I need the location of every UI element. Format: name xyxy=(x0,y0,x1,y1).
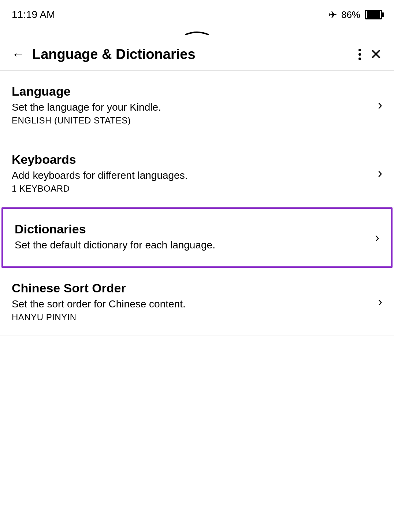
dot-2 xyxy=(358,53,361,56)
back-button[interactable]: ← xyxy=(12,47,25,62)
settings-item-keyboards-desc: Add keyboards for different languages. xyxy=(12,170,378,181)
status-time: 11:19 AM xyxy=(12,9,55,21)
dot-1 xyxy=(358,49,361,51)
settings-item-keyboards-value: 1 KEYBOARD xyxy=(12,184,378,194)
settings-item-chinese-sort[interactable]: Chinese Sort Order Set the sort order fo… xyxy=(0,268,394,336)
settings-item-chinese-sort-content: Chinese Sort Order Set the sort order fo… xyxy=(12,281,378,322)
status-bar: 11:19 AM ✈ 86% xyxy=(0,0,394,26)
chevron-right-icon: › xyxy=(375,230,379,245)
settings-item-language-content: Language Set the language for your Kindl… xyxy=(12,84,378,126)
settings-item-chinese-sort-value: HANYU PINYIN xyxy=(12,312,378,322)
close-button[interactable]: ✕ xyxy=(370,46,382,63)
status-right: ✈ 86% xyxy=(328,9,382,21)
settings-item-dictionaries[interactable]: Dictionaries Set the default dictionary … xyxy=(1,207,393,268)
airplane-icon: ✈ xyxy=(328,9,337,21)
settings-list: Language Set the language for your Kindl… xyxy=(0,71,394,336)
chevron-right-icon: › xyxy=(378,97,382,113)
settings-item-language-value: ENGLISH (UNITED STATES) xyxy=(12,115,378,126)
settings-item-language-title: Language xyxy=(12,84,378,99)
chevron-right-icon: › xyxy=(378,166,382,181)
dot-3 xyxy=(358,58,361,60)
more-menu-button[interactable] xyxy=(358,49,361,60)
settings-item-keyboards-content: Keyboards Add keyboards for different la… xyxy=(12,152,378,194)
settings-item-dictionaries-desc: Set the default dictionary for each lang… xyxy=(15,239,375,251)
settings-item-dictionaries-title: Dictionaries xyxy=(15,222,375,236)
header-right: ✕ xyxy=(358,46,382,63)
page-title: Language & Dictionaries xyxy=(32,47,196,62)
battery-fill xyxy=(367,11,380,18)
settings-item-chinese-sort-desc: Set the sort order for Chinese content. xyxy=(12,298,378,310)
header-left: ← Language & Dictionaries xyxy=(12,47,196,62)
swipe-indicator xyxy=(0,26,394,38)
battery-percent: 86% xyxy=(341,9,360,21)
settings-item-keyboards[interactable]: Keyboards Add keyboards for different la… xyxy=(0,139,394,207)
swipe-handle-icon xyxy=(182,29,212,37)
settings-item-dictionaries-content: Dictionaries Set the default dictionary … xyxy=(15,222,375,253)
settings-item-keyboards-title: Keyboards xyxy=(12,152,378,167)
settings-item-chinese-sort-title: Chinese Sort Order xyxy=(12,281,378,295)
page-header: ← Language & Dictionaries ✕ xyxy=(0,38,394,71)
settings-item-language[interactable]: Language Set the language for your Kindl… xyxy=(0,71,394,139)
chevron-right-icon: › xyxy=(378,294,382,310)
settings-item-language-desc: Set the language for your Kindle. xyxy=(12,101,378,113)
battery-icon xyxy=(365,10,382,19)
